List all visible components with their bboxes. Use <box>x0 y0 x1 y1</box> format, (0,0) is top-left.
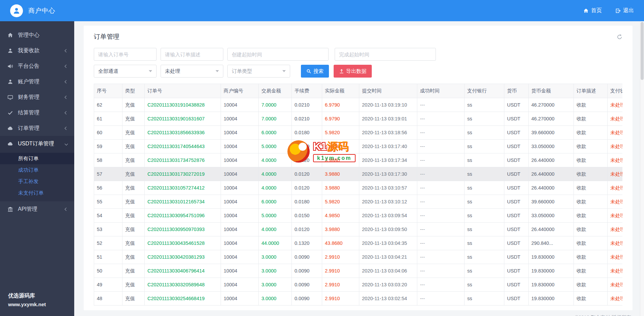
table-row[interactable]: 59充值C20201113031740544643100045.00000.01… <box>94 140 623 153</box>
cell-bank: ss <box>465 250 504 264</box>
cell-status: 未处理 <box>608 112 623 126</box>
search-button-label: 搜索 <box>313 68 324 75</box>
cell-no: 52 <box>94 236 122 250</box>
sidebar-item-label: 管理中心 <box>18 32 67 39</box>
cell-status: 未处理 <box>608 223 623 236</box>
export-button[interactable]: 导出数据 <box>334 65 372 78</box>
cell-submit: 2020-11-13 03:17:40 <box>359 140 417 153</box>
table-row[interactable]: 56充值C20201113031057274412100044.00000.01… <box>94 181 623 195</box>
sidebar-subitem-unpaid-orders[interactable]: 未支付订单 <box>0 187 74 199</box>
cell-actual: 2.9910 <box>322 278 359 292</box>
cell-amount: 44.0000 <box>259 236 292 250</box>
cell-type: 充值 <box>122 236 145 250</box>
sidebar-item-settlement-management[interactable]: 结算管理 <box>0 105 74 120</box>
cell-merchant: 10004 <box>221 181 259 195</box>
cell-order_no: C20201113030254668419 <box>145 292 221 306</box>
cell-desc: 收款 <box>574 181 608 195</box>
table-row[interactable]: 54充值C20201113030954751096100045.00000.01… <box>94 209 623 223</box>
scrollbar-thumb[interactable] <box>641 22 644 80</box>
cloud-icon <box>7 141 13 147</box>
nav-logout-link[interactable]: 退出 <box>615 7 634 14</box>
cell-submit: 2020-11-13 03:09:50 <box>359 223 417 236</box>
sidebar-item-collect-money[interactable]: 我要收款 <box>0 43 74 58</box>
column-header: 手续费 <box>292 84 322 98</box>
table-row[interactable]: 50充值C20201113030406796414100043.00000.00… <box>94 264 623 278</box>
refresh-icon[interactable] <box>617 34 622 40</box>
order-no-input[interactable] <box>94 48 157 61</box>
cell-currency: USDT <box>504 98 529 112</box>
table-row[interactable]: 57充值C20201113031730272019100044.00000.01… <box>94 167 623 181</box>
sidebar-subitem-success-orders[interactable]: 成功订单 <box>0 164 74 176</box>
cell-success: --- <box>417 153 465 167</box>
cell-amount: 6.0000 <box>259 126 292 140</box>
sidebar-subitem-manual-resend[interactable]: 手工补发 <box>0 176 74 187</box>
cell-type: 充值 <box>122 223 145 236</box>
table-row[interactable]: 61充值C20201113031901631607100047.00000.02… <box>94 112 623 126</box>
cell-status: 未处理 <box>608 292 623 306</box>
finish-time-input[interactable] <box>335 48 436 61</box>
cell-bank: ss <box>465 112 504 126</box>
cell-order_no: C20201113031901631607 <box>145 112 221 126</box>
cell-currency: USDT <box>504 292 529 306</box>
cell-actual: 5.9820 <box>322 126 359 140</box>
table-row[interactable]: 51充值C20201113030420381293100043.00000.00… <box>94 250 623 264</box>
cell-success: --- <box>417 209 465 223</box>
status-select[interactable]: 未处理 <box>161 65 223 78</box>
cell-submit: 2020-11-13 03:17:30 <box>359 167 417 181</box>
sidebar-item-label: 我要收款 <box>18 47 65 54</box>
sidebar-item-management-center[interactable]: 管理中心 <box>0 27 74 43</box>
cell-desc: 收款 <box>574 278 608 292</box>
cell-submit: 2020-11-13 03:19:10 <box>359 98 417 112</box>
table-row[interactable]: 60充值C20201113031856633936100046.00000.01… <box>94 126 623 140</box>
vertical-scrollbar[interactable] <box>640 21 644 316</box>
cell-bank: ss <box>465 126 504 140</box>
cell-currency_amount: 33.050000 <box>529 140 574 153</box>
sidebar-item-finance-management[interactable]: 财务管理 <box>0 89 74 105</box>
cell-desc: 收款 <box>574 236 608 250</box>
table-row[interactable]: 52充值C202011130304354615281000444.00000.1… <box>94 236 623 250</box>
order-desc-input[interactable] <box>161 48 223 61</box>
cell-order_no: C20201113030950970393 <box>145 223 221 236</box>
cell-currency: USDT <box>504 250 529 264</box>
cell-no: 53 <box>94 223 122 236</box>
cell-currency: USDT <box>504 140 529 153</box>
search-button[interactable]: 搜索 <box>301 65 329 78</box>
cell-bank: ss <box>465 236 504 250</box>
table-row[interactable]: 58充值C20201113031734752876100044.00000.01… <box>94 153 623 167</box>
cell-desc: 收款 <box>574 112 608 126</box>
cell-fee: 0.0210 <box>292 98 322 112</box>
cell-desc: 收款 <box>574 126 608 140</box>
table-row[interactable]: 53充值C20201113030950970393100044.00000.01… <box>94 223 623 236</box>
cell-type: 充值 <box>122 278 145 292</box>
sidebar-item-usdt-order-management[interactable]: USDT订单管理 <box>0 136 74 151</box>
nav-home-link[interactable]: 首页 <box>583 7 602 14</box>
chevron-down-icon <box>216 70 219 72</box>
order-type-select[interactable]: 订单类型 <box>227 65 290 78</box>
sidebar-item-api-management[interactable]: API管理 <box>0 201 74 217</box>
cell-desc: 收款 <box>574 223 608 236</box>
cell-type: 充值 <box>122 112 145 126</box>
sidebar-item-account-management[interactable]: 账户管理 <box>0 74 74 89</box>
cell-status: 未处理 <box>608 181 623 195</box>
sidebar-item-platform-announcement[interactable]: 平台公告 <box>0 58 74 74</box>
sidebar-subitem-all-orders[interactable]: 所有订单 <box>0 153 74 164</box>
cell-amount: 4.0000 <box>259 181 292 195</box>
table-row[interactable]: 55充值C20201113031012165734100046.00000.01… <box>94 195 623 209</box>
cell-currency_amount: 33.050000 <box>529 209 574 223</box>
channel-select[interactable]: 全部通道 <box>94 65 157 78</box>
order-type-select-value: 订单类型 <box>232 68 252 75</box>
create-time-input[interactable] <box>227 48 329 61</box>
table-row[interactable]: 62充值C20201113031910438828100047.00000.02… <box>94 98 623 112</box>
sidebar-footer-url[interactable]: www.yxymk.net <box>8 301 46 307</box>
cell-order_no: C20201113031012165734 <box>145 195 221 209</box>
column-header: 支付银行 <box>465 84 504 98</box>
cell-submit: 2020-11-13 03:04:35 <box>359 236 417 250</box>
cell-fee: 0.0150 <box>292 209 322 223</box>
table-row[interactable]: 48充值C20201113030254668419100043.00000.00… <box>94 292 623 306</box>
table-row[interactable]: 49充值C20201113030320589648100043.00000.00… <box>94 278 623 292</box>
cell-currency_amount: 19.830000 <box>529 292 574 306</box>
cell-currency_amount: 39.660000 <box>529 126 574 140</box>
cell-no: 58 <box>94 153 122 167</box>
column-header: 支付状态 <box>608 84 623 98</box>
sidebar-item-order-management[interactable]: 订单管理 <box>0 120 74 136</box>
